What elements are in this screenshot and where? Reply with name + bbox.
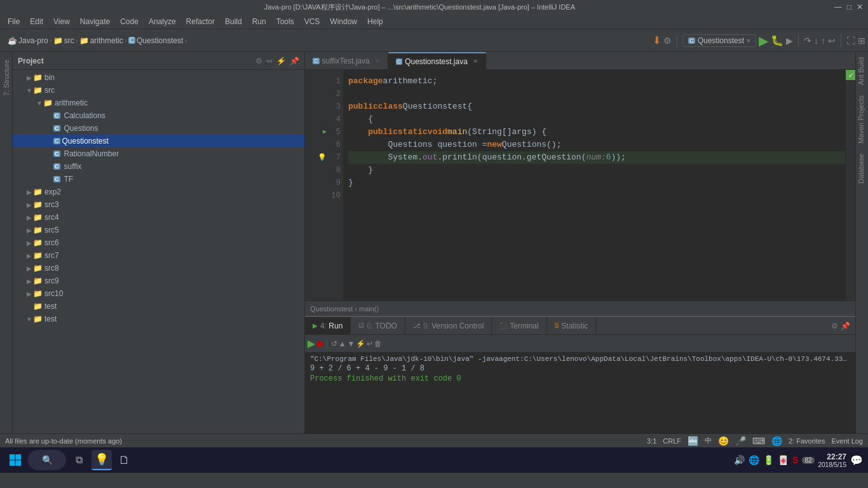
- bookmarks-icon[interactable]: ⛶: [846, 36, 855, 46]
- maven-tab[interactable]: Maven Projects: [856, 90, 868, 149]
- console-down-icon[interactable]: ▼: [348, 339, 355, 348]
- tree-item-src[interactable]: ▼ 📁 src: [13, 84, 304, 97]
- scroll-overview[interactable]: ✓: [845, 70, 855, 301]
- ime-icon[interactable]: 🔤: [688, 436, 698, 446]
- menu-run[interactable]: Run: [247, 14, 271, 29]
- menu-file[interactable]: File: [3, 14, 25, 29]
- step-out-icon[interactable]: ↑: [821, 36, 825, 46]
- mic-icon[interactable]: 🎤: [735, 436, 746, 446]
- line-ending[interactable]: CRLF: [663, 437, 681, 445]
- close-button[interactable]: ✕: [857, 3, 863, 11]
- menu-analyze[interactable]: Analyze: [144, 14, 181, 29]
- bottom-pin-icon[interactable]: 📌: [841, 322, 850, 330]
- tab-close-suffixtest[interactable]: ✕: [375, 57, 380, 64]
- tree-item-rationalnumber[interactable]: C RationalNumber: [13, 147, 304, 160]
- favorites-link[interactable]: 2: Favorites: [789, 437, 825, 445]
- pin-icon[interactable]: 📌: [290, 57, 299, 65]
- tree-item-src4[interactable]: ▶ 📁 src4: [13, 211, 304, 224]
- breadcrumb-src[interactable]: 📁 src: [53, 36, 74, 45]
- taskbar-ime2[interactable]: S: [792, 455, 798, 465]
- tree-item-test2[interactable]: ▼ 📁 test: [13, 313, 304, 325]
- tab-suffixtest[interactable]: C suffixTest.java ✕: [305, 52, 388, 69]
- console-filter-icon[interactable]: ⚡: [356, 339, 365, 348]
- event-log-link[interactable]: Event Log: [831, 437, 863, 445]
- bottom-tab-todo[interactable]: ☑ 6: TODO: [351, 317, 405, 335]
- bottom-tab-terminal[interactable]: ⬛ Terminal: [492, 317, 546, 335]
- tree-item-arithmetic[interactable]: ▼ 📁 arithmetic: [13, 97, 304, 109]
- tree-item-src3[interactable]: ▶ 📁 src3: [13, 198, 304, 211]
- search-button[interactable]: 🔍: [28, 450, 66, 470]
- tree-item-tf[interactable]: C TF: [13, 173, 304, 186]
- run-gutter-icon[interactable]: ▶: [323, 126, 327, 139]
- menu-tools[interactable]: Tools: [271, 14, 299, 29]
- taskbar-ime[interactable]: 🀄: [778, 455, 789, 465]
- breadcrumb-file[interactable]: C Questionstest: [128, 36, 184, 45]
- tree-item-src10[interactable]: ▶ 📁 src10: [13, 287, 304, 300]
- tree-item-questions[interactable]: C Questions: [13, 122, 304, 135]
- menu-window[interactable]: Window: [325, 14, 362, 29]
- structure-tab[interactable]: 7: Structure: [1, 55, 11, 101]
- menu-code[interactable]: Code: [115, 14, 144, 29]
- menu-refactor[interactable]: Refactor: [181, 14, 220, 29]
- database-tab[interactable]: Database: [856, 149, 868, 189]
- toolbar-download-icon[interactable]: ⬇: [653, 34, 661, 46]
- gear-icon[interactable]: ⚙: [255, 57, 262, 65]
- notification-icon[interactable]: 💬: [850, 454, 863, 466]
- menu-build[interactable]: Build: [220, 14, 247, 29]
- clock[interactable]: 22:27 2018/5/15: [818, 452, 847, 468]
- start-button[interactable]: [5, 450, 25, 470]
- lang-icon[interactable]: 🌐: [771, 436, 782, 446]
- breadcrumb-arithmetic[interactable]: 📁 arithmetic: [79, 36, 123, 45]
- toolbar-icon2[interactable]: ⚙: [663, 36, 672, 46]
- taskbar-sys-icon2[interactable]: 🌐: [749, 455, 759, 465]
- console-run-icon[interactable]: ▶: [308, 337, 315, 349]
- tree-item-src9[interactable]: ▶ 📁 src9: [13, 274, 304, 287]
- tree-item-bin[interactable]: ▶ 📁 bin: [13, 71, 304, 84]
- intellij-taskbar-icon[interactable]: 💡: [92, 450, 112, 470]
- console-wrap-icon[interactable]: ↵: [367, 339, 373, 348]
- console-up-icon[interactable]: ▲: [339, 339, 346, 348]
- tree-item-exp2[interactable]: ▶ 📁 exp2: [13, 186, 304, 198]
- maximize-button[interactable]: □: [847, 3, 851, 11]
- tree-item-src5[interactable]: ▶ 📁 src5: [13, 224, 304, 236]
- debug-icon[interactable]: 🐛: [771, 34, 783, 46]
- menu-help[interactable]: Help: [362, 14, 388, 29]
- console-restart-icon[interactable]: ↺: [331, 339, 337, 348]
- tree-item-src6[interactable]: ▶ 📁 src6: [13, 236, 304, 249]
- breadcrumb-project[interactable]: Java-pro: [18, 36, 48, 45]
- bottom-tab-statistic[interactable]: S Statistic: [547, 317, 597, 335]
- bottom-tab-vcs[interactable]: ⎇ 9: Version Control: [405, 317, 492, 335]
- bottom-tab-run[interactable]: ▶ 4: Run: [305, 317, 351, 335]
- tree-item-suffix[interactable]: C suffix: [13, 160, 304, 173]
- tree-item-calculations[interactable]: C Calculations: [13, 109, 304, 122]
- expand-icon[interactable]: ⇔: [266, 57, 273, 65]
- console-clear-icon[interactable]: 🗑: [374, 339, 382, 348]
- taskbar-sys-icon1[interactable]: 🔊: [734, 455, 745, 465]
- taskbar-battery[interactable]: 🔋: [763, 455, 774, 465]
- menu-navigate[interactable]: Navigate: [75, 14, 115, 29]
- menu-edit[interactable]: Edit: [25, 14, 48, 29]
- bottom-settings-icon[interactable]: ⚙: [831, 322, 838, 330]
- menu-vcs[interactable]: VCS: [299, 14, 325, 29]
- layout-icon[interactable]: ⊞: [858, 36, 865, 46]
- app-icon-1[interactable]: 🗋: [114, 450, 135, 470]
- cursor-position[interactable]: 3:1: [647, 437, 656, 445]
- keyboard-icon[interactable]: ⌨: [752, 436, 765, 446]
- tree-item-questionstest[interactable]: C Questionstest: [13, 135, 304, 147]
- tree-item-src7[interactable]: ▶ 📁 src7: [13, 249, 304, 262]
- bulb-gutter-icon[interactable]: 💡: [318, 151, 327, 164]
- step-over-icon[interactable]: ↷: [804, 36, 811, 46]
- tree-item-test[interactable]: 📁 test: [13, 300, 304, 313]
- step-into-icon[interactable]: ↓: [814, 36, 818, 46]
- run-coverage-icon[interactable]: ▶: [786, 36, 793, 46]
- ant-build-tab[interactable]: Ant Build: [856, 52, 868, 90]
- tab-questionstest[interactable]: C Questionstest.java ✕: [388, 52, 486, 69]
- tree-item-src8[interactable]: ▶ 📁 src8: [13, 262, 304, 274]
- filter-icon[interactable]: ⚡: [276, 57, 286, 65]
- menu-view[interactable]: View: [48, 14, 75, 29]
- lang-switch[interactable]: 中: [705, 436, 712, 445]
- resume-icon[interactable]: ↩: [828, 36, 836, 46]
- console-stop-icon[interactable]: ■: [316, 338, 323, 349]
- run-icon[interactable]: ▶: [759, 33, 768, 48]
- code-content[interactable]: package arithmetic; public class Questio…: [343, 70, 845, 301]
